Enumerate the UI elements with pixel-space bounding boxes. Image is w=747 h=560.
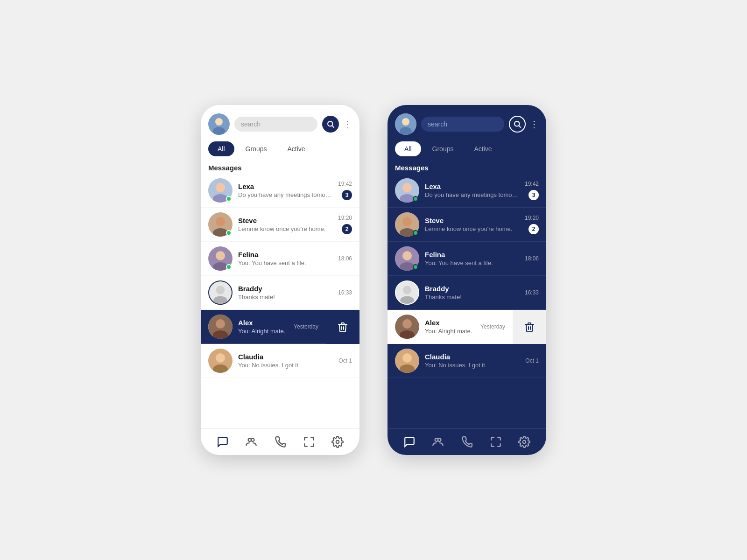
message-content-steve-light: Steve Lemme know once you're home. (238, 217, 332, 232)
search-button-dark[interactable] (509, 116, 526, 133)
menu-dots-dark[interactable]: ⋮ (529, 119, 539, 130)
svg-point-51 (523, 441, 526, 444)
contact-name-alex-light: Alex (238, 319, 288, 327)
message-preview-lexa-light: Do you have any meetings tomor.... (238, 191, 332, 198)
message-list-light: Lexa Do you have any meetings tomor.... … (201, 174, 359, 428)
svg-point-25 (336, 441, 339, 444)
nav-group-light[interactable] (245, 435, 258, 448)
avatar-lexa-dark (395, 178, 419, 203)
contact-name-claudia-light: Claudia (238, 353, 333, 361)
list-item[interactable]: Steve Lemme know once you're home. 19:20… (201, 208, 359, 242)
message-content-claudia-light: Claudia You: No issues. I got it. (238, 353, 333, 369)
swipe-row-alex-light: Alex You: Alright mate. Yesterday (201, 310, 359, 344)
user-avatar-dark[interactable] (395, 113, 416, 135)
contact-name-felina-light: Felina (238, 251, 332, 259)
search-bar-dark[interactable]: search (421, 117, 504, 132)
delete-button-alex-dark[interactable] (513, 310, 546, 344)
message-time-alex-light: Yesterday (294, 323, 318, 330)
list-item[interactable]: Alex You: Alright mate. Yesterday (201, 310, 326, 344)
message-content-braddy-light: Braddy Thanks mate! (238, 285, 332, 301)
message-time-lexa-light: 19:42 (338, 181, 352, 187)
avatar-steve-light (208, 212, 233, 237)
user-avatar-light[interactable] (208, 113, 230, 135)
online-indicator-steve (226, 230, 232, 236)
message-time-braddy-dark: 16:33 (525, 289, 539, 296)
message-content-felina-light: Felina You: You have sent a file. (238, 251, 332, 266)
message-content-braddy-dark: Braddy Thanks mate! (425, 285, 519, 301)
svg-point-1 (215, 118, 223, 126)
nav-settings-dark[interactable] (518, 435, 531, 448)
search-bar-light[interactable]: search (234, 117, 317, 132)
tab-groups-dark[interactable]: Groups (423, 141, 463, 156)
section-label-dark: Messages (388, 161, 546, 174)
message-meta-alex-dark: Yesterday (480, 323, 505, 330)
list-item[interactable]: Alex You: Alright mate. Yesterday (388, 310, 513, 344)
avatar-alex-light (208, 315, 233, 339)
avatar-lexa-light (208, 178, 233, 203)
tab-all-light[interactable]: All (208, 141, 234, 156)
list-item[interactable]: Braddy Thanks mate! 16:33 (388, 276, 546, 310)
search-placeholder-dark: search (428, 120, 447, 128)
header-light: search ⋮ (201, 105, 359, 140)
tab-groups-light[interactable]: Groups (236, 141, 276, 156)
list-item[interactable]: Lexa Do you have any meetings tomor.... … (201, 174, 359, 208)
list-item[interactable]: Steve Lemme know once you're home. 19:20… (388, 208, 546, 242)
delete-button-alex-light[interactable] (326, 310, 359, 344)
avatar-braddy-light (208, 280, 233, 305)
message-time-felina-dark: 18:06 (525, 255, 539, 262)
message-meta-alex-light: Yesterday (294, 323, 318, 330)
contact-name-braddy-dark: Braddy (425, 285, 519, 293)
message-meta-claudia-light: Oct 1 (338, 357, 352, 364)
message-time-claudia-light: Oct 1 (338, 357, 352, 364)
bottom-nav-dark (388, 428, 546, 455)
message-preview-claudia-light: You: No issues. I got it. (238, 362, 333, 369)
message-time-lexa-dark: 19:42 (525, 181, 539, 187)
search-placeholder-light: search (241, 120, 261, 128)
message-meta-steve-dark: 19:20 2 (525, 215, 539, 234)
nav-group-dark[interactable] (431, 435, 444, 448)
header-icons-dark: ⋮ (509, 116, 539, 133)
message-preview-claudia-dark: You: No issues. I got it. (425, 362, 520, 369)
message-meta-braddy-dark: 16:33 (525, 289, 539, 296)
nav-scan-light[interactable] (303, 435, 316, 448)
search-button-light[interactable] (322, 116, 339, 133)
svg-point-27 (402, 118, 409, 126)
avatar-braddy-dark (395, 280, 419, 305)
contact-name-claudia-dark: Claudia (425, 353, 520, 361)
tab-active-light[interactable]: Active (278, 141, 314, 156)
menu-dots-light[interactable]: ⋮ (343, 119, 352, 130)
nav-chat-dark[interactable] (403, 435, 416, 448)
header-icons-light: ⋮ (322, 116, 352, 133)
contact-name-steve-light: Steve (238, 217, 332, 224)
nav-phone-light[interactable] (274, 435, 287, 448)
list-item[interactable]: Felina You: You have sent a file. 18:06 (388, 242, 546, 276)
tab-all-dark[interactable]: All (395, 141, 421, 156)
online-indicator-felina-dark (413, 264, 418, 270)
header-dark: search ⋮ (388, 105, 546, 140)
tab-active-dark[interactable]: Active (465, 141, 501, 156)
message-preview-alex-light: You: Alright mate. (238, 328, 288, 335)
svg-point-6 (216, 183, 225, 192)
nav-scan-dark[interactable] (489, 435, 502, 448)
avatar-claudia-dark (395, 349, 419, 373)
message-content-alex-light: Alex You: Alright mate. (238, 319, 288, 335)
nav-phone-dark[interactable] (460, 435, 473, 448)
message-preview-braddy-light: Thanks mate! (238, 294, 332, 301)
message-content-claudia-dark: Claudia You: No issues. I got it. (425, 353, 520, 369)
list-item[interactable]: Felina You: You have sent a file. 18:06 (201, 242, 359, 276)
message-time-steve-light: 19:20 (338, 215, 352, 221)
svg-point-18 (216, 319, 225, 329)
nav-settings-light[interactable] (331, 435, 344, 448)
unread-badge-lexa-light: 3 (342, 190, 352, 200)
avatar-steve-dark (395, 212, 419, 237)
list-item[interactable]: Claudia You: No issues. I got it. Oct 1 (201, 344, 359, 378)
message-content-alex-dark: Alex You: Alright mate. (425, 319, 475, 335)
swipe-row-alex-dark: Alex You: Alright mate. Yesterday (388, 310, 546, 344)
nav-chat-light[interactable] (216, 435, 229, 448)
list-item[interactable]: Lexa Do you have any meetings tomor.... … (388, 174, 546, 208)
tabs-light: All Groups Active (201, 140, 359, 161)
list-item[interactable]: Claudia You: No issues. I got it. Oct 1 (388, 344, 546, 378)
list-item[interactable]: Braddy Thanks mate! 16:33 (201, 276, 359, 310)
svg-point-47 (402, 353, 412, 363)
svg-point-32 (402, 183, 412, 192)
